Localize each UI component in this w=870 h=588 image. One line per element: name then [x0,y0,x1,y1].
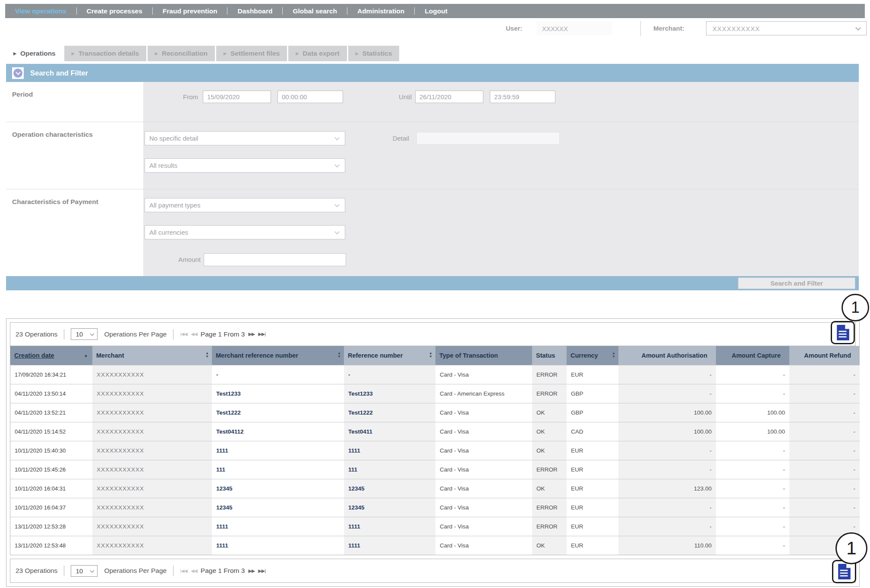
reference-link-cell[interactable]: 12345 [344,498,435,517]
table-cell: - [789,403,860,422]
sort-toggle-icon: ▲▼ [337,352,341,358]
reference-link-cell[interactable]: Test1233 [212,384,344,403]
until-date-input[interactable] [415,91,483,103]
column-header-merchant-reference-number[interactable]: Merchant reference number▲▼ [212,346,344,365]
tab-statistics[interactable]: ▶ Statistics [348,46,400,61]
column-header-type-of-transaction: Type of Transaction [435,346,532,365]
per-page-select-value: 10 [76,330,83,338]
table-cell: 10/11/2020 16:04:31 [10,479,92,498]
nav-item-create-processes[interactable]: Create processes [77,7,152,15]
chevron-down-icon [13,69,22,78]
tab-transaction-details[interactable]: ▶ Transaction details [64,46,146,61]
reference-link-cell[interactable]: 12345 [212,479,344,498]
reference-link-cell[interactable]: 1111 [344,517,435,536]
table-cell: Card - Visa [435,441,532,460]
reference-link-cell[interactable]: 1111 [344,536,435,555]
merchant-select[interactable]: XXXXXXXXXX [706,21,867,35]
table-cell: EUR [567,536,618,555]
search-filter-title: Search and Filter [30,69,88,77]
reference-link-cell[interactable]: 1111 [212,441,344,460]
chevron-down-icon [90,332,95,336]
reference-link-cell[interactable]: 111 [212,460,344,479]
nav-item-global-search[interactable]: Global search [283,7,347,15]
reference-link-cell[interactable]: 1111 [212,517,344,536]
export-button[interactable] [838,564,851,579]
table-cell: 110.00 [618,536,716,555]
first-page-button[interactable]: |◀◀ [180,331,187,337]
tab-settlement-files[interactable]: ▶ Settlement files [216,46,287,61]
page-indicator: Page 1 From 3 [201,567,245,575]
currencies-select[interactable]: All currencies [145,225,345,239]
table-cell: - [344,365,435,384]
page-indicator: Page 1 From 3 [201,330,245,338]
tab-label: Statistics [362,50,392,57]
table-cell: 10/11/2020 15:40:30 [10,441,92,460]
from-time-input[interactable] [277,91,343,103]
table-header-row: Creation date▲Merchant▲▼Merchant referen… [10,346,860,365]
column-header-amount-authorisation: Amount Authorisation [618,346,716,365]
table-row: 04/11/2020 15:14:52XXXXXXXXXXXTest04112T… [10,422,860,441]
search-filter-panel: Search and Filter Period From Until Oper… [6,64,859,290]
tab-data-export[interactable]: ▶ Data export [288,46,347,61]
payment-types-select[interactable]: All payment types [145,198,345,212]
nav-item-administration[interactable]: Administration [347,7,414,15]
table-cell: - [618,365,716,384]
reference-link-cell[interactable]: Test04112 [212,422,344,441]
sort-ascending-icon: ▲ [84,353,88,358]
filter-action-bar: Search and Filter [6,276,859,290]
reference-link-cell[interactable]: 12345 [344,479,435,498]
table-cell: - [789,384,860,403]
specific-detail-select[interactable]: No specific detail [145,131,345,145]
divider [173,566,173,576]
next-page-button[interactable]: ▶▶ [248,568,255,574]
reference-link-cell[interactable]: Test1222 [212,403,344,422]
table-cell: - [789,498,860,517]
characteristics-of-payment-row: Characteristics of Payment All payment t… [6,189,859,276]
reference-link-cell[interactable]: Test1222 [344,403,435,422]
per-page-select[interactable]: 10 [71,565,98,577]
from-date-input[interactable] [203,91,271,103]
column-header-currency[interactable]: Currency▲▼ [567,346,618,365]
table-row: 10/11/2020 15:40:30XXXXXXXXXXX11111111Ca… [10,441,860,460]
column-label: Merchant [96,352,124,359]
detail-input[interactable] [416,132,560,145]
per-page-select[interactable]: 10 [71,328,98,340]
table-cell: 13/11/2020 12:53:48 [10,536,92,555]
nav-item-logout[interactable]: Logout [415,7,457,15]
reference-link-cell[interactable]: Test1233 [344,384,435,403]
reference-link-cell[interactable]: 12345 [212,498,344,517]
merchant-select-value: XXXXXXXXXX [712,25,760,32]
reference-link-cell[interactable]: 111 [344,460,435,479]
until-time-input[interactable] [490,91,555,103]
column-header-merchant[interactable]: Merchant▲▼ [92,346,212,365]
tab-reconciliation[interactable]: ▶ Reconciliation [148,46,215,61]
tab-operations[interactable]: ▶ Operations [6,46,63,61]
amount-input[interactable] [204,253,346,266]
last-page-button[interactable]: ▶▶| [258,568,265,574]
nav-item-fraud-prevention[interactable]: Fraud prevention [153,7,227,15]
table-cell: - [716,479,789,498]
table-row: 10/11/2020 15:45:26XXXXXXXXXXX111111Card… [10,460,860,479]
reference-link-cell[interactable]: Test0411 [344,422,435,441]
export-button[interactable] [836,325,849,340]
nav-item-view-operations[interactable]: View operations [5,7,76,15]
tab-bar: ▶ Operations ▶ Transaction details ▶ Rec… [6,46,399,61]
column-header-amount-capture: Amount Capture [716,346,789,365]
collapse-section-button[interactable] [12,67,24,79]
nav-item-dashboard[interactable]: Dashboard [227,7,282,15]
reference-link-cell[interactable]: 1111 [344,441,435,460]
last-page-button[interactable]: ▶▶| [258,331,265,337]
operation-characteristics-row: Operation characteristics No specific de… [6,122,859,189]
reference-link-cell[interactable]: 1111 [212,536,344,555]
previous-page-button[interactable]: ◀◀ [191,331,197,337]
next-page-button[interactable]: ▶▶ [248,331,255,337]
first-page-button[interactable]: |◀◀ [180,568,187,574]
previous-page-button[interactable]: ◀◀ [191,568,197,574]
results-select[interactable]: All results [145,158,345,173]
search-and-filter-button[interactable]: Search and Filter [738,277,855,289]
column-header-creation-date[interactable]: Creation date▲ [10,346,92,365]
from-label: From [148,93,198,101]
table-row: 04/11/2020 13:52:21XXXXXXXXXXXTest1222Te… [10,403,860,422]
tab-label: Operations [20,50,56,57]
column-header-reference-number[interactable]: Reference number▲▼ [344,346,435,365]
